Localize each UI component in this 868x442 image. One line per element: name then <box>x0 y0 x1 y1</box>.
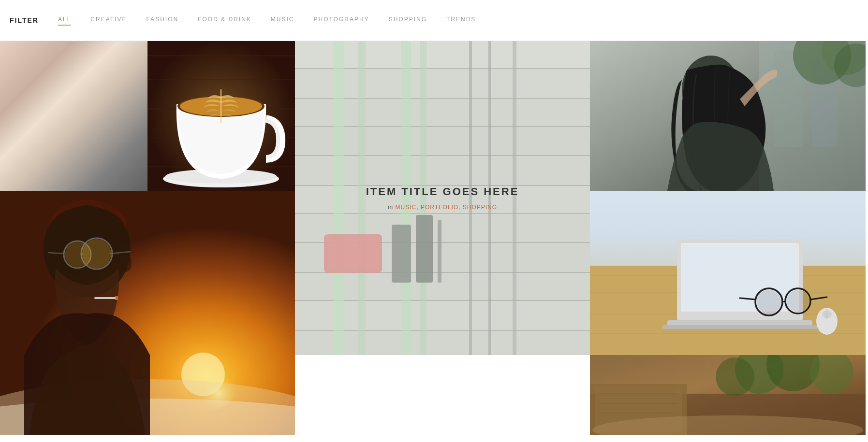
svg-rect-21 <box>67 155 75 159</box>
svg-point-35 <box>27 128 60 147</box>
svg-point-36 <box>85 128 118 147</box>
svg-rect-1 <box>0 41 147 191</box>
svg-rect-25 <box>109 155 118 159</box>
overlay-title: ITEM TITLE GOES HERE <box>366 185 519 198</box>
svg-rect-30 <box>72 162 80 167</box>
svg-rect-2 <box>0 138 147 191</box>
filter-item-creative[interactable]: CREATIVE <box>90 16 127 25</box>
filter-item-fashion[interactable]: FASHION <box>146 16 178 25</box>
svg-point-99 <box>120 255 132 272</box>
svg-point-126 <box>757 290 781 314</box>
svg-rect-29 <box>61 162 70 167</box>
svg-rect-8 <box>24 147 33 152</box>
filter-item-music[interactable]: MUSIC <box>271 16 294 25</box>
filter-item-food-drink[interactable]: FOOD & DRINK <box>198 16 251 25</box>
svg-rect-31 <box>82 162 91 167</box>
svg-rect-0 <box>0 41 147 191</box>
svg-rect-24 <box>99 155 107 159</box>
svg-rect-12 <box>67 147 75 152</box>
svg-rect-9 <box>35 147 44 152</box>
svg-rect-106 <box>115 296 118 300</box>
overlay-prefix: in <box>388 204 393 211</box>
grid-item-bottom-right[interactable] <box>590 355 866 435</box>
grid-item-man-sunset[interactable] <box>0 191 295 435</box>
grid-item-desk-glasses[interactable] <box>590 191 866 355</box>
svg-rect-4 <box>24 41 121 128</box>
svg-rect-11 <box>56 147 65 152</box>
svg-rect-14 <box>88 147 97 152</box>
svg-rect-34 <box>48 169 99 174</box>
filter-bar: FILTER ALL CREATIVE FASHION FOOD & DRINK… <box>0 0 868 41</box>
svg-rect-119 <box>662 325 817 329</box>
svg-rect-18 <box>35 155 44 159</box>
svg-rect-27 <box>35 162 44 167</box>
svg-rect-6 <box>15 128 133 191</box>
svg-rect-105 <box>94 297 116 299</box>
svg-rect-33 <box>103 162 118 167</box>
svg-rect-5 <box>24 41 121 128</box>
svg-rect-22 <box>77 155 86 159</box>
svg-rect-3 <box>0 128 147 147</box>
overlay-categories: in MUSIC, PORTFOLIO, SHOPPING <box>388 204 497 211</box>
svg-line-125 <box>782 301 785 302</box>
svg-rect-26 <box>24 162 33 167</box>
svg-rect-28 <box>45 162 59 167</box>
svg-rect-19 <box>45 155 54 159</box>
svg-point-127 <box>787 290 809 312</box>
svg-point-141 <box>716 357 754 396</box>
category-link-shopping[interactable]: SHOPPING <box>463 204 497 211</box>
svg-rect-16 <box>109 147 118 152</box>
grid-item-coffee[interactable] <box>147 41 295 191</box>
filter-nav: ALL CREATIVE FASHION FOOD & DRINK MUSIC … <box>58 16 476 25</box>
filter-item-shopping[interactable]: SHOPPING <box>389 16 427 25</box>
filter-item-trends[interactable]: TRENDS <box>446 16 476 25</box>
filter-item-all[interactable]: ALL <box>58 16 71 25</box>
svg-rect-7 <box>18 132 129 186</box>
svg-point-108 <box>65 242 90 267</box>
ski-item-overlay: ITEM TITLE GOES HERE in MUSIC, PORTFOLIO… <box>295 41 590 355</box>
filter-label: FILTER <box>10 16 39 24</box>
filter-item-photography[interactable]: PHOTOGRAPHY <box>313 16 369 25</box>
photo-grid: ITEM TITLE GOES HERE in MUSIC, PORTFOLIO… <box>0 41 868 435</box>
svg-rect-15 <box>99 147 107 152</box>
grid-item-ski[interactable]: ITEM TITLE GOES HERE in MUSIC, PORTFOLIO… <box>295 41 590 355</box>
grid-item-laptop[interactable] <box>0 41 147 191</box>
svg-rect-23 <box>88 155 97 159</box>
grid-item-woman-hair[interactable] <box>590 41 866 191</box>
category-link-music[interactable]: MUSIC <box>396 204 417 211</box>
category-link-portfolio[interactable]: PORTFOLIO <box>421 204 458 211</box>
svg-rect-17 <box>24 155 33 159</box>
svg-rect-10 <box>45 147 54 152</box>
svg-rect-13 <box>77 147 86 152</box>
svg-rect-32 <box>93 162 102 167</box>
svg-rect-20 <box>56 155 65 159</box>
